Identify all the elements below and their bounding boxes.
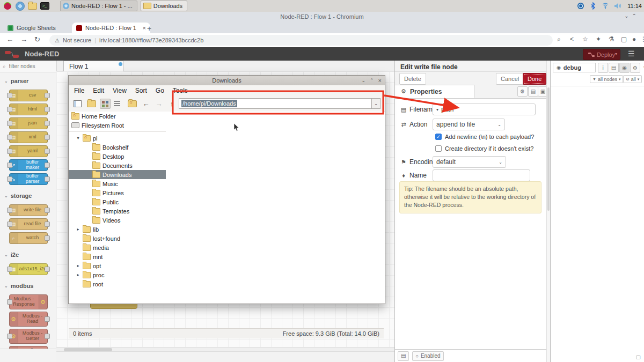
url-field[interactable]: ⚠ Not secure | iriv.local:1880/#flow/73e…: [49, 35, 553, 46]
new-tab-button[interactable]: +: [147, 24, 151, 33]
input-port[interactable]: [7, 135, 12, 140]
enabled-toggle[interactable]: ○ Enabled: [412, 351, 443, 361]
tree-item-bookshelf[interactable]: Bookshelf: [69, 143, 166, 152]
browser-menu-icon[interactable]: ⋮: [640, 35, 644, 43]
maximize-icon[interactable]: ⌃: [370, 78, 374, 83]
main-menu-icon[interactable]: ☰: [628, 49, 635, 58]
palette-filter-input[interactable]: [8, 63, 53, 70]
delete-button[interactable]: Delete: [399, 73, 426, 85]
input-port[interactable]: [7, 208, 12, 213]
filemanager-launcher[interactable]: [27, 1, 37, 11]
output-port[interactable]: [45, 334, 50, 339]
taskbar-window-nodered[interactable]: Node-RED : Flow 1 - ...: [60, 1, 137, 11]
output-port[interactable]: [45, 162, 50, 168]
tree-item-templates[interactable]: Templates: [69, 206, 166, 216]
checkbox-checked-icon[interactable]: ✓: [435, 134, 442, 140]
vnc-icon[interactable]: [577, 2, 584, 10]
node-help-icon[interactable]: ▤: [398, 351, 409, 361]
expander-icon[interactable]: ▸: [76, 272, 80, 277]
cancel-button[interactable]: Cancel: [496, 73, 524, 85]
palette-node-modbus-response[interactable]: ⚙Modbus - Response: [9, 294, 48, 309]
scrollbar-thumb[interactable]: [547, 87, 550, 211]
debug-clear-button[interactable]: ⊘ all ▾: [623, 75, 642, 83]
output-port[interactable]: [45, 93, 50, 98]
tree-item-public[interactable]: Public: [69, 197, 166, 206]
close-icon[interactable]: ×: [378, 77, 382, 84]
encoding-select[interactable]: default ⌄: [433, 156, 506, 168]
palette-node-xml[interactable]: ▤xml: [9, 131, 48, 143]
menu-file[interactable]: File: [74, 87, 84, 94]
output-port[interactable]: [45, 235, 50, 241]
console-toggle-icon[interactable]: ▢: [636, 354, 641, 360]
menu-sort[interactable]: Sort: [135, 87, 147, 94]
palette-node-modbus-read[interactable]: ⚙Modbus - Read: [9, 312, 48, 327]
share-icon[interactable]: <: [570, 35, 574, 43]
palette-node-modbus-getter[interactable]: ⚙Modbus - Getter: [9, 329, 48, 344]
tree-item-videos[interactable]: Videos: [69, 216, 166, 225]
typed-input-caret-icon[interactable]: ▾: [436, 107, 438, 112]
name-input[interactable]: [433, 169, 530, 181]
tree-item-lost-found[interactable]: lost+found: [69, 234, 166, 243]
palette-category-modbus[interactable]: ⌄modbus: [0, 277, 56, 292]
place-home-folder[interactable]: ⌂Home Folder: [69, 112, 166, 121]
bluetooth-icon[interactable]: [589, 2, 597, 10]
forward-icon[interactable]: →: [153, 99, 164, 109]
volume-icon[interactable]: [614, 2, 621, 10]
node-settings-gear-icon[interactable]: ⚙: [517, 86, 528, 97]
input-port[interactable]: [7, 334, 12, 339]
tree-item-pictures[interactable]: Pictures: [69, 188, 166, 197]
input-port[interactable]: [7, 162, 12, 168]
expander-icon[interactable]: ▾: [76, 136, 80, 141]
palette-category-parser[interactable]: ⌄parser: [0, 72, 56, 87]
deploy-options-chevron[interactable]: ▾: [612, 49, 620, 59]
tree-item-opt[interactable]: ▸opt: [69, 261, 166, 270]
forward-icon[interactable]: →: [20, 35, 27, 43]
palette-search[interactable]: ⌕: [0, 61, 56, 72]
place-filesystem-root[interactable]: Filesystem Root: [69, 121, 166, 130]
tree-item-media[interactable]: media: [69, 243, 166, 252]
menu-view[interactable]: View: [113, 87, 127, 94]
icon-view-icon[interactable]: [100, 99, 111, 109]
palette-node-json[interactable]: ▤json: [9, 117, 48, 129]
palette-node-html[interactable]: ▤html: [9, 104, 48, 115]
node-description-icon[interactable]: ▤: [528, 86, 538, 97]
bookmark-star-icon[interactable]: ☆: [582, 35, 588, 43]
window-controls[interactable]: ⌄⌃: [624, 13, 640, 19]
input-port[interactable]: [7, 107, 12, 112]
output-port[interactable]: [45, 121, 50, 126]
config-gear-icon[interactable]: ⚙: [630, 63, 640, 73]
list-view-icon[interactable]: [112, 99, 122, 109]
expander-icon[interactable]: ▸: [76, 263, 80, 268]
input-port[interactable]: [7, 121, 12, 126]
palette-category-storage[interactable]: ⌄storage: [0, 187, 56, 202]
tree-item-pi[interactable]: ▾⌂pi: [69, 134, 166, 143]
browser-launcher[interactable]: [15, 1, 25, 11]
input-port[interactable]: [7, 176, 12, 182]
palette-node-yaml[interactable]: ▤yaml: [9, 145, 48, 157]
beta-flask-icon[interactable]: ⚗: [609, 35, 614, 43]
tab-google-sheets[interactable]: Google Sheets ×: [3, 23, 80, 33]
tree-item-music[interactable]: Music: [69, 179, 166, 188]
back-icon[interactable]: ←: [141, 99, 151, 109]
output-port[interactable]: [45, 107, 50, 112]
expander-icon[interactable]: ▸: [76, 227, 80, 232]
palette-node-buffer-parser[interactable]: ↘buffer parser: [9, 173, 48, 185]
palette-node-buffer-maker[interactable]: ↗buffer maker: [9, 159, 48, 171]
tree-item-lib[interactable]: ▸lib: [69, 225, 166, 234]
tree-item-documents[interactable]: Documents: [69, 161, 166, 170]
input-port[interactable]: [7, 149, 12, 154]
minimize-icon[interactable]: ⌄: [361, 78, 365, 83]
tab-debug[interactable]: ◉ debug: [553, 63, 596, 72]
sidebar-menu-chevron[interactable]: ▾: [640, 63, 644, 72]
output-port[interactable]: [45, 176, 50, 182]
profile-avatar[interactable]: ●: [632, 35, 636, 43]
help-book-icon[interactable]: ▤: [609, 63, 619, 73]
tree-item-downloads[interactable]: Downloads: [69, 170, 166, 179]
input-port[interactable]: [7, 221, 12, 227]
output-port[interactable]: [45, 208, 50, 213]
wifi-icon[interactable]: [602, 2, 609, 10]
menu-edit[interactable]: Edit: [93, 87, 104, 94]
tree-item-mnt[interactable]: mnt: [69, 252, 166, 261]
back-icon[interactable]: ←: [6, 35, 13, 43]
input-port[interactable]: [7, 93, 12, 98]
